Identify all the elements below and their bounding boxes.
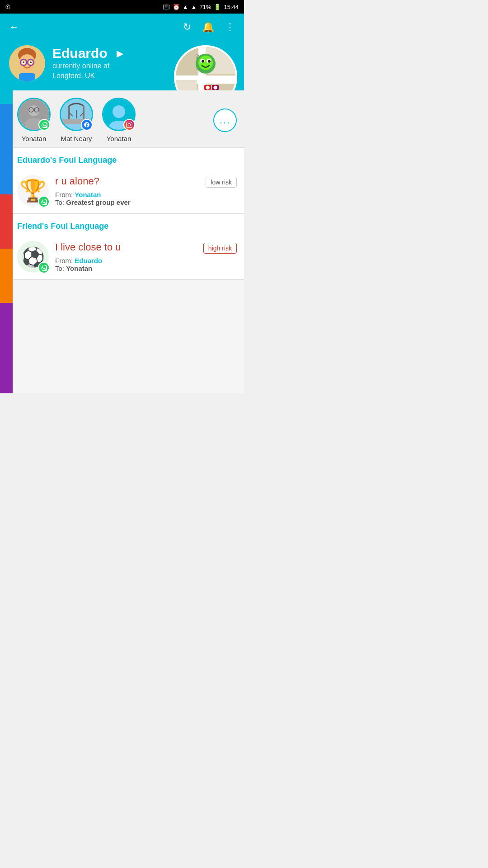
svg-point-12: [198, 56, 213, 70]
svg-point-31: [113, 105, 125, 118]
facebook-badge-2: [81, 119, 93, 131]
eduardo-foul-section-header: Eduardo's Foul Language: [13, 148, 244, 169]
status-left-icons: ✆: [5, 4, 10, 10]
whatsapp-icon: ✆: [5, 4, 10, 10]
profile-status: currently online at Longford, UK: [52, 61, 123, 81]
back-button[interactable]: ←: [9, 21, 19, 33]
more-dots-icon: ...: [220, 114, 230, 126]
status-right-icons: 📳 ⏰ ▲ ▲ 71% 🔋 15:44: [163, 4, 239, 10]
play-button[interactable]: ▶: [117, 48, 123, 59]
friend-foul-section-header: Friend's Foul Language: [13, 214, 244, 235]
user-avatar: [9, 45, 45, 81]
contact-name-2: Mat Neary: [61, 135, 92, 142]
foul-badge-1: [38, 196, 50, 208]
signal-icon: ▲: [191, 4, 197, 10]
sidebar-strip: [0, 90, 13, 393]
foul-msg-to-2: To: Yonatan: [55, 264, 237, 272]
low-risk-badge: low risk: [206, 177, 237, 188]
vibrate-icon: 📳: [163, 4, 170, 10]
friend-foul-title: Friend's Foul Language: [17, 222, 108, 231]
top-nav: ← ↻ 🔔 ⋮: [0, 14, 244, 41]
foul-msg-content-2: I live close to u high risk From: Eduard…: [55, 241, 237, 272]
friend-foul-message[interactable]: ⚽ I live close to u high risk From: Edua…: [13, 235, 244, 279]
contact-item-2[interactable]: Mat Neary: [60, 98, 93, 142]
contact-item-3[interactable]: Yonatan: [102, 98, 136, 142]
battery-text: 71%: [199, 4, 211, 10]
contacts-section: Yonatan: [13, 90, 244, 147]
svg-point-8: [23, 61, 24, 63]
foul-msg-avatar-2: ⚽: [17, 241, 49, 273]
svg-rect-10: [19, 73, 35, 81]
more-contacts-button[interactable]: ...: [213, 108, 237, 132]
alarm-icon: ⏰: [173, 4, 180, 10]
bottom-area: [13, 280, 244, 316]
map-pin-icon: [194, 52, 217, 83]
svg-point-18: [28, 105, 39, 116]
status-bar: ✆ 📳 ⏰ ▲ ▲ 71% 🔋 15:44: [0, 0, 244, 14]
contact-name-1: Yonatan: [22, 135, 47, 142]
whatsapp-badge-1: [38, 119, 50, 131]
sidebar-teal: [0, 90, 13, 104]
eduardo-foul-message[interactable]: 🏆 r u alone? low risk From: Yonatan To: …: [13, 169, 244, 213]
profile-left: Eduardo ▶ currently online at Longford, …: [9, 45, 123, 81]
profile-info: Eduardo ▶ currently online at Longford, …: [52, 46, 123, 81]
svg-point-9: [30, 61, 32, 63]
svg-point-16: [208, 60, 211, 63]
foul-msg-text-2: I live close to u: [55, 241, 121, 254]
battery-icon: 🔋: [214, 4, 221, 10]
main-content: Yonatan: [13, 90, 244, 393]
foul-msg-from-1: From: Yonatan: [55, 191, 237, 198]
foul-msg-to-1: To: Greatest group ever: [55, 198, 237, 206]
sidebar-blue: [0, 104, 13, 194]
more-menu-button[interactable]: ⋮: [225, 21, 235, 33]
profile-name: Eduardo: [52, 46, 108, 61]
sidebar-red: [0, 194, 13, 249]
sidebar-orange: [0, 249, 13, 303]
svg-point-15: [202, 60, 204, 63]
foul-msg-header-1: r u alone? low risk: [55, 175, 237, 191]
notification-button[interactable]: 🔔: [202, 21, 214, 33]
nav-actions: ↻ 🔔 ⋮: [183, 21, 235, 33]
contact-item-1[interactable]: Yonatan: [17, 98, 51, 142]
instagram-badge-3: [123, 119, 135, 131]
foul-msg-content-1: r u alone? low risk From: Yonatan To: Gr…: [55, 175, 237, 206]
header-profile: Eduardo ▶ currently online at Longford, …: [0, 41, 244, 90]
eduardo-foul-title: Eduardo's Foul Language: [17, 156, 117, 165]
foul-msg-avatar-1: 🏆: [17, 175, 49, 207]
contact-avatar-3: [102, 98, 136, 131]
foul-msg-from-2: From: Eduardo: [55, 257, 237, 264]
contact-avatar-1: [17, 98, 51, 131]
page-body: Yonatan: [0, 90, 244, 393]
sidebar-purple: [0, 303, 13, 393]
foul-msg-text-1: r u alone?: [55, 175, 99, 188]
refresh-button[interactable]: ↻: [183, 21, 191, 33]
wifi-icon: ▲: [183, 4, 188, 10]
time-display: 15:44: [224, 4, 239, 10]
foul-badge-2: [38, 262, 50, 274]
high-risk-badge: high risk: [203, 243, 237, 254]
foul-msg-header-2: I live close to u high risk: [55, 241, 237, 257]
contact-name-3: Yonatan: [107, 135, 131, 142]
contact-avatar-2: [60, 98, 93, 131]
